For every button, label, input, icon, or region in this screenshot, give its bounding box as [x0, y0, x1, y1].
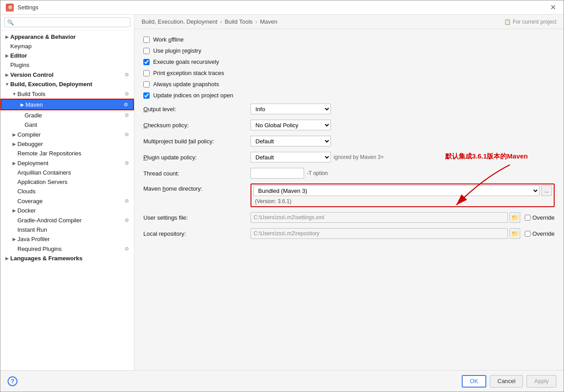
- sidebar-item-deployment[interactable]: ▶ Deployment ⚙: [0, 158, 134, 168]
- sidebar-item-gradle-android[interactable]: Gradle-Android Compiler ⚙: [0, 215, 134, 225]
- sidebar-item-gradle[interactable]: Gradle ⚙: [0, 110, 134, 120]
- checkbox-use-plugin: Use plugin registry: [143, 47, 555, 54]
- breadcrumb-part2: Build Tools: [225, 18, 253, 25]
- user-settings-input[interactable]: [251, 212, 508, 223]
- sidebar-item-build-tools[interactable]: ▼ Build Tools ⚙: [0, 89, 134, 99]
- sidebar-item-appearance[interactable]: ▶ Appearance & Behavior: [0, 32, 134, 42]
- sidebar-item-version-control[interactable]: ▶ Version Control ⚙: [0, 70, 134, 79]
- sidebar-search-container: [0, 15, 134, 30]
- local-repo-label: Local repository:: [143, 230, 251, 237]
- update-indices-checkbox[interactable]: [143, 92, 150, 99]
- ok-button[interactable]: OK: [462, 375, 486, 388]
- project-icon: 📋: [504, 19, 511, 25]
- arrow-icon: ▶: [4, 53, 10, 58]
- arrow-icon: ▶: [4, 256, 10, 261]
- arrow-icon: ▶: [4, 72, 10, 77]
- settings-window: ⚙ Settings ✕ ▶ Appearance & Behavior: [0, 0, 564, 392]
- local-repo-row: Local repository: 📁 Override: [143, 228, 555, 239]
- local-repo-override-checkbox[interactable]: [525, 231, 531, 237]
- maven-version-text: (Version: 3.6.1): [255, 198, 291, 204]
- work-offline-label: Work offline: [153, 36, 184, 43]
- sidebar-item-required-plugins[interactable]: Required Plugins ⚙: [0, 244, 134, 254]
- checksum-policy-label: Checksum policy:: [143, 122, 251, 129]
- user-settings-override-checkbox[interactable]: [525, 215, 531, 221]
- settings-icon: ⚙: [123, 159, 130, 167]
- sidebar-item-compiler[interactable]: ▶ Compiler ⚙: [0, 129, 134, 139]
- thread-count-label: Thread count:: [143, 170, 251, 177]
- sidebar-item-debugger[interactable]: ▶ Debugger: [0, 139, 134, 149]
- sidebar-item-plugins[interactable]: Plugins: [0, 60, 134, 70]
- sidebar-item-gant[interactable]: Gant: [0, 120, 134, 129]
- local-repo-browse-btn[interactable]: 📁: [510, 228, 520, 239]
- sidebar-item-docker[interactable]: ▶ Docker: [0, 206, 134, 215]
- maven-home-browse-btn[interactable]: ...: [541, 185, 552, 196]
- settings-area: Work offline Use plugin registry Execute…: [134, 29, 564, 370]
- user-settings-file-row: 📁 Override: [251, 212, 555, 223]
- plugin-update-select[interactable]: Default Always Never: [251, 152, 331, 163]
- output-level-select[interactable]: Info Debug Error: [251, 104, 331, 114]
- checksum-policy-select[interactable]: No Global Policy Strict Lenient: [251, 120, 331, 130]
- user-settings-browse-btn[interactable]: 📁: [510, 212, 520, 223]
- breadcrumb-sep1: ›: [220, 18, 222, 25]
- arrow-icon: ▼: [4, 82, 10, 87]
- print-exception-checkbox[interactable]: [143, 70, 150, 76]
- sidebar-item-editor[interactable]: ▶ Editor: [0, 51, 134, 60]
- use-plugin-checkbox[interactable]: [143, 48, 150, 54]
- cancel-button[interactable]: Cancel: [490, 375, 523, 388]
- close-button[interactable]: ✕: [547, 2, 558, 13]
- sidebar-item-java-profiler[interactable]: ▶ Java Profiler: [0, 234, 134, 244]
- sidebar-item-remote-jar[interactable]: Remote Jar Repositories: [0, 149, 134, 158]
- override-label-1: Override: [532, 214, 555, 221]
- sidebar-item-maven[interactable]: ▶ Maven ⚙: [0, 99, 134, 110]
- maven-home-select[interactable]: Bundled (Maven 3): [253, 185, 539, 196]
- plugin-update-policy-row: Plugin update policy: Default Always Nev…: [143, 151, 555, 163]
- settings-icon: ⚙: [122, 101, 130, 108]
- local-repo-file-row: 📁 Override: [251, 228, 555, 239]
- app-icon: ⚙: [6, 4, 14, 12]
- breadcrumb-part1: Build, Execution, Deployment: [142, 18, 217, 25]
- folder-icon: 📁: [511, 214, 519, 221]
- sidebar-item-keymap[interactable]: Keymap: [0, 42, 134, 51]
- sidebar-item-coverage[interactable]: Coverage ⚙: [0, 196, 134, 206]
- sidebar-item-arquillian[interactable]: Arquillian Containers: [0, 168, 134, 177]
- settings-icon: ⚙: [123, 217, 130, 224]
- always-update-checkbox[interactable]: [143, 81, 150, 88]
- local-repo-override: Override: [525, 230, 555, 237]
- output-level-label: Output level:: [143, 106, 251, 113]
- use-plugin-label: Use plugin registry: [153, 47, 201, 54]
- sidebar-item-build-exec[interactable]: ▼ Build, Execution, Deployment: [0, 79, 134, 89]
- apply-button[interactable]: Apply: [526, 375, 556, 388]
- breadcrumb-sep2: ›: [255, 18, 257, 25]
- settings-icon: ⚙: [123, 131, 130, 138]
- sidebar-item-instant-run[interactable]: Instant Run: [0, 225, 134, 234]
- execute-goals-checkbox[interactable]: [143, 59, 150, 65]
- sidebar-item-app-servers[interactable]: Application Servers: [0, 177, 134, 187]
- maven-home-label: Maven home directory:: [143, 183, 251, 192]
- checkbox-execute-goals: Execute goals recursively: [143, 58, 555, 65]
- user-settings-label: User settings file:: [143, 214, 251, 221]
- override-label-2: Override: [532, 230, 555, 237]
- maven-home-input-row: Bundled (Maven 3) ...: [251, 184, 554, 197]
- arrow-icon: ▶: [11, 208, 17, 213]
- checksum-policy-row: Checksum policy: No Global Policy Strict…: [143, 119, 555, 131]
- work-offline-checkbox[interactable]: [143, 37, 150, 43]
- local-repo-input[interactable]: [251, 228, 508, 239]
- folder-icon-2: 📁: [511, 230, 519, 237]
- arrow-icon: ▶: [11, 132, 17, 137]
- thread-count-note: -T option: [307, 170, 328, 176]
- right-panel: Build, Execution, Deployment › Build Too…: [134, 15, 564, 370]
- sidebar-tree: ▶ Appearance & Behavior Keymap ▶ Editor: [0, 30, 134, 370]
- plugin-update-note: ignored by Maven 3+: [334, 154, 384, 160]
- help-button[interactable]: ?: [8, 376, 17, 386]
- checkbox-print-exception: Print exception stack traces: [143, 70, 555, 76]
- update-indices-label: Update indices on project open: [153, 92, 233, 99]
- thread-count-input[interactable]: [251, 168, 304, 179]
- sidebar-item-clouds[interactable]: Clouds: [0, 187, 134, 196]
- search-input[interactable]: [4, 17, 130, 27]
- always-update-label: Always update snapshots: [153, 81, 219, 88]
- sidebar-item-languages[interactable]: ▶ Languages & Frameworks: [0, 254, 134, 263]
- output-level-row: Output level: Info Debug Error: [143, 103, 555, 115]
- bottom-buttons: OK Cancel Apply: [462, 375, 556, 388]
- multiproject-policy-select[interactable]: Default At End Never: [251, 136, 331, 146]
- plugin-update-control: Default Always Never ignored by Maven 3+: [251, 152, 384, 163]
